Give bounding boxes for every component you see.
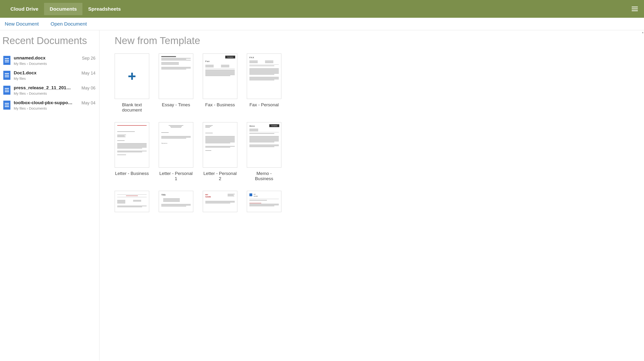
plus-icon bbox=[128, 73, 136, 80]
recent-document-item[interactable]: press_release_2_11_2016.docx My files › … bbox=[2, 83, 96, 98]
template-gallery-heading: New from Template bbox=[115, 35, 629, 46]
action-bar: New Document Open Document bbox=[0, 18, 644, 30]
template-label: Letter - Business bbox=[115, 171, 149, 176]
recent-document-name: Doc1.docx bbox=[14, 70, 73, 75]
template-fax-business[interactable]: Company Fax Fax - Business bbox=[203, 53, 237, 113]
app-header: Cloud Drive Documents Spreadsheets bbox=[0, 0, 644, 18]
recent-document-meta: Doc1.docx My files bbox=[14, 70, 78, 80]
template-label: Letter - Personal 1 bbox=[159, 171, 193, 181]
template-label: Essay - Times bbox=[159, 102, 193, 107]
tab-spreadsheets[interactable]: Spreadsheets bbox=[82, 3, 126, 15]
template-grid: Blank text document Essay - Times Compan… bbox=[115, 53, 629, 212]
template-thumbnail bbox=[203, 122, 237, 168]
template-gallery: ▴ New from Template Blank text document bbox=[100, 30, 644, 361]
document-icon bbox=[3, 101, 10, 110]
recent-document-date: Sep 26 bbox=[82, 56, 96, 61]
open-document-link[interactable]: Open Document bbox=[51, 21, 87, 27]
template-label: Memo - Business bbox=[247, 171, 282, 181]
document-icon bbox=[3, 71, 10, 80]
template-meeting-minutes[interactable] bbox=[115, 191, 149, 212]
recent-document-path: My files › Documents bbox=[14, 91, 78, 95]
recent-document-name: toolbox-cloud-pbx-supported-d… bbox=[14, 100, 73, 105]
template-thumbnail: Company Memo bbox=[247, 122, 282, 168]
fax-preview-title: FAX bbox=[250, 56, 279, 59]
recent-document-date: May 14 bbox=[82, 71, 96, 76]
recent-documents-heading: Recent Documents bbox=[2, 35, 96, 46]
recent-document-meta: unnamed.docx My files › Documents bbox=[14, 55, 79, 65]
recent-document-item[interactable]: unnamed.docx My files › Documents Sep 26 bbox=[2, 53, 96, 68]
template-thumbnail bbox=[115, 53, 149, 99]
resume-name-line2: NAME bbox=[254, 195, 258, 197]
template-thumbnail bbox=[115, 191, 149, 212]
resume-name-line1: MY bbox=[254, 193, 258, 195]
template-title-list[interactable]: Title bbox=[159, 191, 193, 212]
template-fax-personal[interactable]: FAX Fax - Personal bbox=[247, 53, 282, 113]
recent-document-path: My files › Documents bbox=[14, 106, 78, 110]
main-tabs: Cloud Drive Documents Spreadsheets bbox=[5, 3, 126, 15]
recent-document-item[interactable]: toolbox-cloud-pbx-supported-d… My files … bbox=[2, 98, 96, 113]
recent-document-meta: press_release_2_11_2016.docx My files › … bbox=[14, 85, 78, 95]
title-preview: Title bbox=[161, 193, 166, 196]
recent-document-item[interactable]: Doc1.docx My files May 14 bbox=[2, 68, 96, 83]
template-essay-times[interactable]: Essay - Times bbox=[159, 53, 193, 113]
template-thumbnail: Company Fax bbox=[203, 53, 237, 99]
recent-document-path: My files bbox=[14, 76, 78, 80]
template-resume-blue[interactable]: MY NAME bbox=[247, 191, 282, 212]
fax-preview-title: Fax bbox=[205, 60, 235, 63]
template-thumbnail: Title bbox=[159, 191, 193, 212]
recent-documents-panel: Recent Documents unnamed.docx My files ›… bbox=[0, 30, 100, 361]
company-chip: Company bbox=[225, 56, 235, 58]
blue-square-icon bbox=[250, 193, 252, 196]
company-chip: Company bbox=[269, 124, 279, 127]
scroll-up-icon[interactable]: ▴ bbox=[642, 31, 644, 34]
template-letter-business[interactable]: Letter - Business bbox=[115, 122, 149, 181]
template-label: Fax - Personal bbox=[247, 102, 282, 107]
document-icon bbox=[3, 86, 10, 95]
template-resume-red[interactable]: MYNAME bbox=[203, 191, 237, 212]
recent-document-path: My files › Documents bbox=[14, 61, 79, 65]
recent-document-meta: toolbox-cloud-pbx-supported-d… My files … bbox=[14, 100, 78, 110]
resume-name-line2: NAME bbox=[205, 196, 211, 198]
template-thumbnail bbox=[115, 122, 149, 168]
template-thumbnail: Signature bbox=[159, 122, 193, 168]
template-thumbnail: FAX bbox=[247, 53, 282, 99]
new-document-link[interactable]: New Document bbox=[5, 21, 39, 27]
template-label: Fax - Business bbox=[203, 102, 237, 107]
template-label: Letter - Personal 2 bbox=[203, 171, 237, 181]
menu-icon[interactable] bbox=[630, 5, 639, 12]
recent-document-name: press_release_2_11_2016.docx bbox=[14, 85, 73, 90]
template-thumbnail bbox=[159, 53, 193, 99]
template-memo-business[interactable]: Company Memo Memo - Business bbox=[247, 122, 282, 181]
template-thumbnail: MY NAME bbox=[247, 191, 282, 212]
recent-document-date: May 06 bbox=[82, 86, 96, 91]
tab-documents[interactable]: Documents bbox=[44, 3, 82, 15]
template-letter-personal-2[interactable]: Letter - Personal 2 bbox=[203, 122, 237, 181]
document-icon bbox=[3, 56, 10, 65]
template-thumbnail: MYNAME bbox=[203, 191, 237, 212]
template-blank-document[interactable]: Blank text document bbox=[115, 53, 149, 113]
recent-document-name: unnamed.docx bbox=[14, 55, 73, 61]
template-label: Blank text document bbox=[115, 102, 149, 113]
template-letter-personal-1[interactable]: Signature Letter - Personal 1 bbox=[159, 122, 193, 181]
content-area: Recent Documents unnamed.docx My files ›… bbox=[0, 30, 644, 361]
tab-cloud-drive[interactable]: Cloud Drive bbox=[5, 3, 44, 15]
recent-document-date: May 04 bbox=[82, 101, 96, 106]
